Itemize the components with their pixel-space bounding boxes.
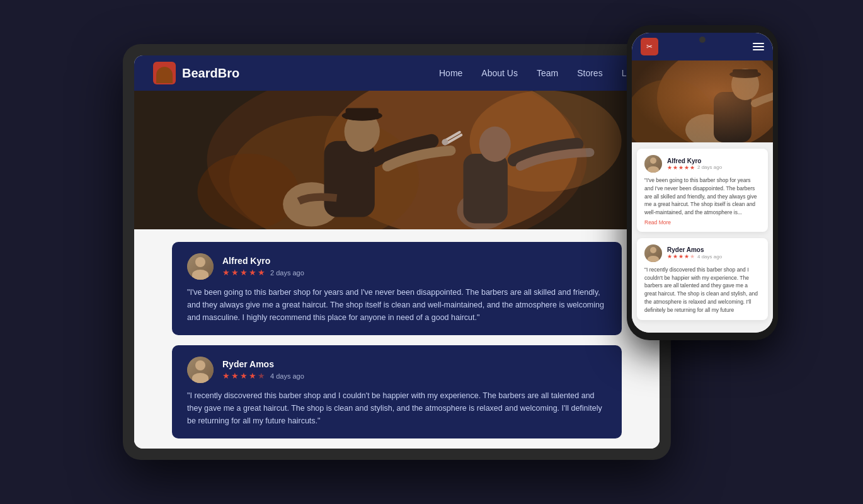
review-card-2: Ryder Amos ★ ★ ★ ★ ★ 4 days ago <box>172 345 622 438</box>
reviewer-info-2: Ryder Amos ★ ★ ★ ★ ★ 4 days ago <box>222 359 607 381</box>
phone-avatar-ryder <box>644 244 662 262</box>
brand-logo-inner <box>156 67 173 83</box>
reviewer-meta-1: ★ ★ ★ ★ ★ 2 days ago <box>222 268 607 277</box>
navbar: BeardBro Home About Us Team Stores Labs <box>134 55 660 91</box>
phone-star-2-4: ★ <box>684 253 689 260</box>
star-2-3: ★ <box>240 371 248 381</box>
phone-logo-icon <box>641 38 658 55</box>
phone-reviewer-meta-2: ★ ★ ★ ★ ★ 4 days ago <box>667 253 722 260</box>
hero-image <box>134 91 660 229</box>
hamburger-line-1 <box>753 43 764 44</box>
reviewer-name-2: Ryder Amos <box>222 359 607 369</box>
phone-avatar-alfred <box>644 155 662 173</box>
phone-star-1-2: ★ <box>673 164 678 171</box>
phone-star-2-5: ★ <box>690 253 695 260</box>
phone-device: Alfred Kyro ★ ★ ★ ★ ★ 2 days ago <box>627 25 778 340</box>
reviewer-info-1: Alfred Kyro ★ ★ ★ ★ ★ 2 days ago <box>222 256 607 277</box>
phone-date-2: 4 days ago <box>697 254 722 260</box>
nav-link-home[interactable]: Home <box>439 68 462 78</box>
avatar-inner-alfred <box>187 253 214 280</box>
nav-item-about[interactable]: About Us <box>481 67 518 79</box>
review-text-2: "I recently discovered this barber shop … <box>187 389 607 427</box>
reviewer-meta-2: ★ ★ ★ ★ ★ 4 days ago <box>222 371 607 381</box>
review-date-2: 4 days ago <box>270 372 304 380</box>
phone-star-1-4: ★ <box>684 164 689 171</box>
review-header-1: Alfred Kyro ★ ★ ★ ★ ★ 2 days ago <box>187 253 607 280</box>
scene: BeardBro Home About Us Team Stores Labs <box>85 25 778 479</box>
phone-star-1-5: ★ <box>690 164 695 171</box>
star-1-2: ★ <box>231 268 239 277</box>
phone-stars-1: ★ ★ ★ ★ ★ <box>667 164 695 171</box>
nav-item-stores[interactable]: Stores <box>577 67 602 79</box>
phone-review-text-1: "I've been going to this barber shop for… <box>644 176 760 217</box>
tablet-device: BeardBro Home About Us Team Stores Labs <box>123 44 671 460</box>
reviews-section: Alfred Kyro ★ ★ ★ ★ ★ 2 days ago <box>134 229 660 449</box>
star-2-4: ★ <box>249 371 256 381</box>
nav-link-about[interactable]: About Us <box>481 68 518 78</box>
phone-star-1-1: ★ <box>667 164 672 171</box>
phone-stars-2: ★ ★ ★ ★ ★ <box>667 253 695 260</box>
hamburger-line-2 <box>753 46 764 47</box>
hero-illustration <box>134 91 660 229</box>
phone-review-header-2: Ryder Amos ★ ★ ★ ★ ★ 4 days ago <box>644 244 760 262</box>
review-card-1: Alfred Kyro ★ ★ ★ ★ ★ 2 days ago <box>172 242 622 335</box>
nav-link-stores[interactable]: Stores <box>577 68 602 78</box>
phone-hero-overlay <box>632 60 773 142</box>
phone-reviewer-info-2: Ryder Amos ★ ★ ★ ★ ★ 4 days ago <box>667 246 722 260</box>
star-2-5-half: ★ <box>258 371 265 381</box>
review-header-2: Ryder Amos ★ ★ ★ ★ ★ 4 days ago <box>187 357 607 383</box>
read-more-1[interactable]: Read More <box>644 219 760 226</box>
phone-date-1: 2 days ago <box>697 164 722 170</box>
star-1-5: ★ <box>258 268 265 277</box>
svg-point-16 <box>207 91 587 229</box>
star-1-4: ★ <box>249 268 256 277</box>
phone-review-header-1: Alfred Kyro ★ ★ ★ ★ ★ 2 days ago <box>644 155 760 173</box>
phone-star-2-3: ★ <box>678 253 683 260</box>
brand: BeardBro <box>153 62 239 84</box>
nav-links: Home About Us Team Stores Labs <box>439 67 641 79</box>
nav-link-team[interactable]: Team <box>537 68 558 78</box>
review-date-1: 2 days ago <box>270 269 304 277</box>
star-1-1: ★ <box>222 268 230 277</box>
phone-reviewer-name-2: Ryder Amos <box>667 246 722 253</box>
hamburger-line-3 <box>753 49 764 50</box>
phone-hero <box>632 60 773 142</box>
phone-reviews: Alfred Kyro ★ ★ ★ ★ ★ 2 days ago <box>632 142 773 333</box>
phone-reviewer-name-1: Alfred Kyro <box>667 158 722 164</box>
reviewer-name-1: Alfred Kyro <box>222 256 607 266</box>
tablet-screen: BeardBro Home About Us Team Stores Labs <box>134 55 660 449</box>
stars-1: ★ ★ ★ ★ ★ <box>222 268 265 277</box>
phone-star-2-2: ★ <box>673 253 678 260</box>
phone-review-text-2: "I recently discovered this barber shop … <box>644 266 760 314</box>
stars-2: ★ ★ ★ ★ ★ <box>222 371 265 381</box>
phone-star-1-3: ★ <box>678 164 683 171</box>
brand-logo-icon <box>153 62 176 84</box>
avatar-alfred <box>187 253 214 280</box>
star-2-1: ★ <box>222 371 230 381</box>
avatar-inner-ryder <box>187 357 214 383</box>
phone-review-card-1: Alfred Kyro ★ ★ ★ ★ ★ 2 days ago <box>637 149 768 232</box>
nav-item-home[interactable]: Home <box>439 67 462 79</box>
star-2-2: ★ <box>231 371 239 381</box>
phone-star-2-1: ★ <box>667 253 672 260</box>
brand-name: BeardBro <box>182 66 239 81</box>
hamburger-menu[interactable] <box>753 43 764 50</box>
review-text-1: "I've been going to this barber shop for… <box>187 286 607 324</box>
nav-item-team[interactable]: Team <box>537 67 558 79</box>
star-1-3: ★ <box>240 268 248 277</box>
phone-reviewer-meta-1: ★ ★ ★ ★ ★ 2 days ago <box>667 164 722 171</box>
phone-reviewer-info-1: Alfred Kyro ★ ★ ★ ★ ★ 2 days ago <box>667 158 722 171</box>
phone-review-card-2: Ryder Amos ★ ★ ★ ★ ★ 4 days ago <box>637 238 768 321</box>
phone-notch <box>699 37 706 43</box>
avatar-ryder <box>187 357 214 383</box>
phone-screen: Alfred Kyro ★ ★ ★ ★ ★ 2 days ago <box>632 33 773 333</box>
